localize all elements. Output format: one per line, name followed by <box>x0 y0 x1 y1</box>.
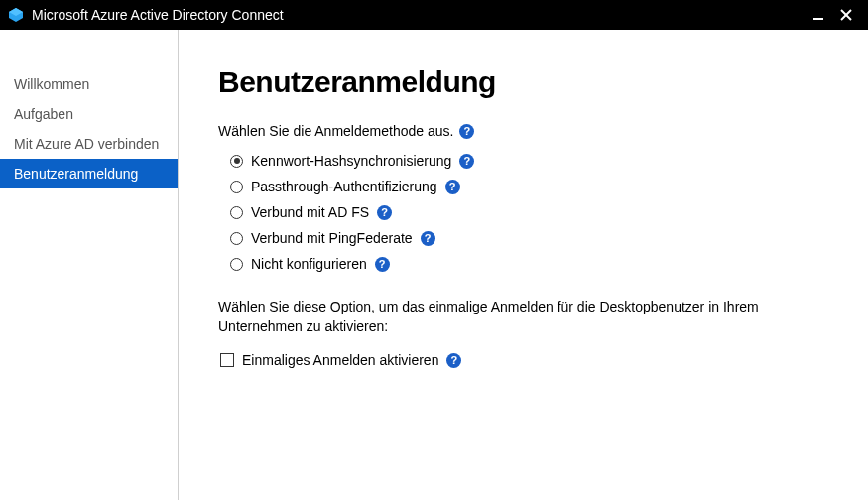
main-panel: Benutzeranmeldung Wählen Sie die Anmelde… <box>179 30 868 500</box>
checkbox-icon[interactable] <box>220 353 234 367</box>
option-password-hash-sync[interactable]: Kennwort-Hashsynchronisierung ? <box>230 153 836 169</box>
sidebar-item-tasks[interactable]: Aufgaben <box>0 99 178 129</box>
close-button[interactable] <box>832 1 860 29</box>
option-do-not-configure[interactable]: Nicht konfigurieren ? <box>230 256 836 272</box>
option-label: Nicht konfigurieren <box>251 256 367 272</box>
sidebar-item-label: Aufgaben <box>14 106 73 122</box>
option-label: Passthrough-Authentifizierung <box>251 179 437 194</box>
option-label: Kennwort-Hashsynchronisierung <box>251 153 451 169</box>
title-bar: Microsoft Azure Active Directory Connect <box>0 0 868 30</box>
method-prompt: Wählen Sie die Anmeldemethode aus. ? <box>218 123 836 139</box>
help-icon[interactable]: ? <box>446 353 461 368</box>
sidebar-item-label: Mit Azure AD verbinden <box>14 136 159 152</box>
option-passthrough-auth[interactable]: Passthrough-Authentifizierung ? <box>230 179 836 194</box>
help-icon[interactable]: ? <box>445 180 460 194</box>
option-label: Verbund mit PingFederate <box>251 230 413 246</box>
option-adfs-federation[interactable]: Verbund mit AD FS ? <box>230 204 836 220</box>
sidebar-item-welcome[interactable]: Willkommen <box>0 69 178 99</box>
radio-icon[interactable] <box>230 258 243 271</box>
svg-rect-2 <box>813 18 823 20</box>
sidebar-item-label: Willkommen <box>14 76 89 92</box>
sidebar-item-connect-azure-ad[interactable]: Mit Azure AD verbinden <box>0 129 178 159</box>
minimize-button[interactable] <box>805 1 832 29</box>
sidebar-item-user-signin[interactable]: Benutzeranmeldung <box>0 159 178 188</box>
help-icon[interactable]: ? <box>421 231 435 246</box>
radio-icon[interactable] <box>230 232 243 245</box>
help-icon[interactable]: ? <box>459 154 474 169</box>
sidebar: Willkommen Aufgaben Mit Azure AD verbind… <box>0 30 179 500</box>
sso-checkbox-row[interactable]: Einmaliges Anmelden aktivieren ? <box>220 352 836 368</box>
main-container: Willkommen Aufgaben Mit Azure AD verbind… <box>0 30 868 500</box>
signin-options-group: Kennwort-Hashsynchronisierung ? Passthro… <box>230 153 836 272</box>
sso-description: Wählen Sie diese Option, um das einmalig… <box>218 298 813 336</box>
option-label: Verbund mit AD FS <box>251 204 369 220</box>
azure-logo-icon <box>8 7 24 23</box>
window-title: Microsoft Azure Active Directory Connect <box>32 7 805 23</box>
radio-icon[interactable] <box>230 155 243 168</box>
sso-checkbox-label: Einmaliges Anmelden aktivieren <box>242 352 438 368</box>
help-icon[interactable]: ? <box>375 257 390 272</box>
radio-icon[interactable] <box>230 206 243 219</box>
sidebar-item-label: Benutzeranmeldung <box>14 166 138 182</box>
help-icon[interactable]: ? <box>377 205 392 220</box>
radio-icon[interactable] <box>230 181 243 193</box>
method-prompt-text: Wählen Sie die Anmeldemethode aus. <box>218 123 453 139</box>
option-pingfederate[interactable]: Verbund mit PingFederate ? <box>230 230 836 246</box>
page-title: Benutzeranmeldung <box>218 65 836 99</box>
help-icon[interactable]: ? <box>459 124 474 139</box>
